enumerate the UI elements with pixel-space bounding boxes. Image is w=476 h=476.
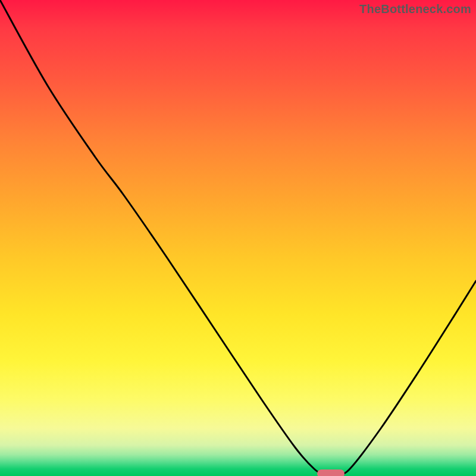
curve-path (0, 0, 476, 474)
bottleneck-curve (0, 0, 476, 476)
watermark-text: TheBottleneck.com (359, 2, 471, 16)
bottleneck-chart: TheBottleneck.com (0, 0, 476, 476)
optimal-marker (317, 469, 345, 476)
